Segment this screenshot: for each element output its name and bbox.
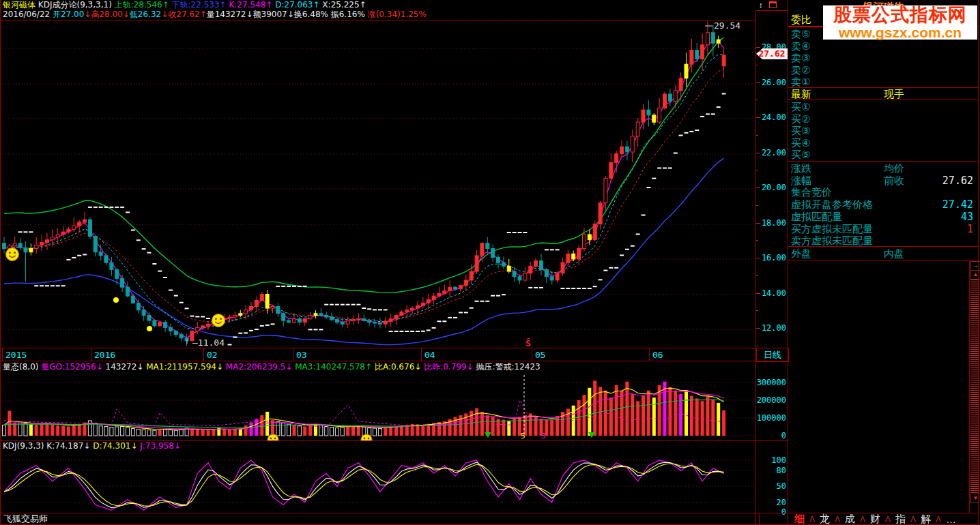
header-segment: MA3:140247.578↑: [292, 362, 372, 372]
kdj-chart[interactable]: [0, 451, 756, 513]
info-label: 涨跌: [791, 162, 811, 175]
trading-terminal-window: 银河磁体 KDJ成分论(9,3,3,1) 上轨:28.546↑ 下轨:22.53…: [0, 0, 980, 525]
sidebar-tab-6[interactable]: 解: [916, 513, 936, 525]
info-label: 虚拟匹配量: [791, 211, 842, 223]
volume-chart-svg: 53: [0, 372, 756, 440]
anchor-icon[interactable]: ↕: [759, 1, 763, 9]
header-segment: J:73.958↓: [137, 441, 180, 451]
header-segment: 比A:0.676↓: [372, 362, 421, 372]
main-chart-svg: Ŝ—11.0429.54: [0, 20, 756, 348]
main-indicator-header: 银河磁体 KDJ成分论(9,3,3,1) 上轨:28.546↑ 下轨:22.53…: [3, 0, 366, 10]
header-segment: 143272↓: [103, 362, 144, 372]
volume-indicator-header: 量态(8,0) 量GO:152956↓ 143272↓ MA1:211957.5…: [3, 362, 541, 372]
buy-level-1[interactable]: 买①: [791, 101, 810, 113]
price-axis-label: 22.00: [756, 148, 786, 158]
outer-volume-label: 外盘: [791, 247, 811, 260]
buy-level-5[interactable]: 买⑤: [791, 149, 810, 161]
header-segment: ↓: [84, 10, 91, 19]
header-segment: 量GO:152956↓: [41, 362, 102, 372]
volume-bars: [3, 380, 726, 436]
header-segment: D:74.301↓: [90, 441, 137, 451]
sell-level-4[interactable]: 卖④: [791, 40, 810, 52]
header-segment: ↓: [123, 10, 130, 19]
sidebar-tab-7[interactable]: …: [941, 513, 961, 525]
latest-label: 最新: [791, 88, 811, 100]
x-axis-label: 2016: [94, 350, 115, 360]
header-segment: 抛压:警戒:12423: [474, 362, 541, 372]
x-axis-label: 06: [652, 350, 663, 360]
x-axis-tick: [2, 348, 3, 361]
price-axis-tick: [756, 275, 758, 276]
kdj-indicator-header: KDJ(9,3,3) K:74.187↓ D:74.301↓ J:73.958↓: [3, 441, 181, 451]
volume-chart[interactable]: 53: [0, 372, 756, 440]
info-label: 卖方虚拟未匹配量: [791, 235, 873, 247]
border-sidebar-left: [788, 0, 788, 525]
info-label: 虚拟开盘参考价格: [791, 198, 873, 211]
period-selector[interactable]: 日线: [756, 348, 789, 362]
buy-level-3[interactable]: 买③: [791, 125, 810, 137]
price-axis-label: 20.00: [756, 183, 786, 192]
header-segment: 换6.48%: [294, 10, 331, 19]
header-segment: KDJ成分论(9,3,3,1): [35, 0, 115, 10]
sar-dashes: [13, 94, 726, 348]
header-segment: 收27.62: [168, 10, 199, 19]
volume-axis-label: 100000: [756, 413, 786, 423]
header-segment: X:25.225↑: [320, 0, 366, 10]
price-axis-label: 12.00: [756, 323, 786, 333]
price-axis-tick: [756, 117, 760, 118]
info-label: 买方虚拟未匹配量: [791, 223, 873, 235]
header-segment: K:74.187↓: [46, 441, 90, 451]
buy-level-4[interactable]: 买④: [791, 137, 810, 149]
candlestick-layer: [3, 21, 726, 346]
header-segment: 上轨:28.546↑: [115, 0, 169, 10]
yellow-dot-marker: [147, 326, 152, 331]
price-axis-tick: [756, 258, 760, 258]
header-segment: ↓: [161, 10, 168, 19]
info-value: 1: [967, 223, 973, 235]
sell-level-5[interactable]: 卖⑤: [791, 28, 810, 40]
header-segment: ↑: [200, 10, 207, 19]
header-segment: 2016/06/22: [3, 10, 53, 19]
tab-separator: Λ: [809, 515, 815, 524]
price-axis-tick: [756, 47, 760, 48]
info-label-mid: 前收: [884, 175, 904, 187]
sidebar-tab-2[interactable]: 龙: [815, 513, 835, 525]
sidebar-tab-5[interactable]: 指: [891, 513, 910, 525]
price-axis-label: 14.00: [756, 288, 786, 298]
main-candlestick-chart[interactable]: Ŝ—11.0429.54: [0, 20, 756, 348]
price-axis-tick: [756, 240, 758, 241]
vol-bottom-line: [0, 440, 788, 441]
green-triangle-marker: [485, 432, 491, 438]
sidebar-divider: [788, 260, 979, 260]
low-price-label: —11.04: [192, 338, 225, 348]
chart-top-line: [0, 20, 756, 20]
watermark: 股票公式指标网 www.gszx.com.cn: [823, 5, 977, 40]
order-book-sidebar: 委比卖⑤卖④卖③卖②卖①最新现手买①买②买③买④买⑤涨跌均价涨幅前收27.62集…: [788, 0, 979, 525]
header-segment: 比昨:0.799↓: [421, 362, 473, 372]
sell-level-2[interactable]: 卖②: [791, 64, 810, 76]
price-axis-tick: [756, 170, 758, 170]
price-axis-label: 18.00: [756, 218, 786, 228]
tab-separator: Λ: [885, 515, 891, 524]
sidebar-tab-1[interactable]: 细: [790, 513, 809, 525]
price-axis-tick: [756, 188, 760, 188]
buy-level-2[interactable]: 买②: [791, 113, 810, 125]
kdj-axis-label: 80: [756, 466, 786, 475]
x-axis-tick: [91, 348, 91, 361]
sell-level-3[interactable]: 卖③: [791, 52, 810, 64]
xaxis-top-line: [0, 348, 788, 348]
sell-level-1[interactable]: 卖①: [791, 76, 810, 88]
sidebar-tab-4[interactable]: 财: [865, 513, 885, 525]
xaxis-bottom-line: [0, 361, 788, 361]
info-label: 集合竞价: [791, 186, 832, 198]
sidebar-tab-3[interactable]: 成: [840, 513, 860, 525]
window-icon[interactable]: [769, 1, 777, 8]
price-axis-tick: [756, 205, 758, 206]
price-axis-tick: [756, 135, 758, 136]
x-axis-label: 05: [535, 350, 546, 360]
axis-header-line: [755, 10, 788, 11]
window-icon-bar: [770, 2, 776, 3]
signal-5: 5: [521, 432, 525, 440]
watermark-title: 股票公式指标网: [823, 5, 977, 25]
price-axis-label: 26.00: [756, 78, 786, 87]
